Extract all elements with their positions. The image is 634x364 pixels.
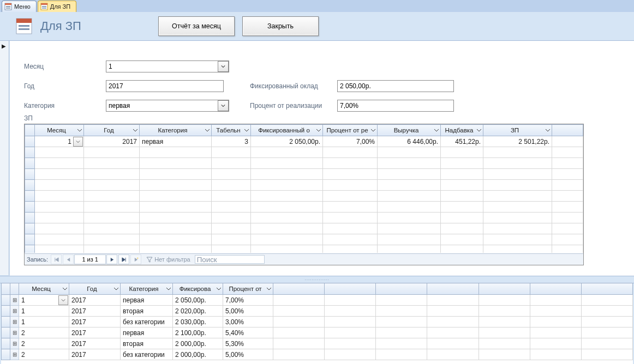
- category-dropdown-button[interactable]: [218, 100, 229, 111]
- table-row[interactable]: ⊞22017вторая2 000,00р.5,30%: [2, 338, 633, 349]
- cell2-month[interactable]: 1: [19, 317, 69, 327]
- table-row[interactable]: [25, 245, 583, 253]
- expand-button[interactable]: ⊞: [10, 349, 19, 360]
- cell2-fixed[interactable]: 2 000,00р.: [173, 349, 223, 360]
- cell2-category[interactable]: первая: [121, 295, 173, 306]
- cell2-month[interactable]: 2: [19, 327, 69, 338]
- percent-field[interactable]: [337, 100, 454, 112]
- col-tabel[interactable]: Табельн: [212, 125, 251, 136]
- nav-first-button[interactable]: [51, 254, 62, 264]
- cell2-percent[interactable]: 5,30%: [223, 338, 273, 349]
- bottom-grid[interactable]: Месяц Год Категория Фиксирова Процент от…: [1, 283, 633, 360]
- table-row[interactable]: ⊞12017первая2 050,00р.7,00%: [2, 295, 633, 306]
- cell2-fixed[interactable]: 2 030,00р.: [173, 317, 223, 327]
- cell2-percent[interactable]: 5,00%: [223, 306, 273, 317]
- cell-revenue[interactable]: 6 446,00р.: [378, 136, 441, 147]
- tab-zp[interactable]: Для ЗП: [38, 1, 76, 12]
- close-button[interactable]: Закрыть: [242, 16, 319, 36]
- col2-year[interactable]: Год: [69, 283, 121, 295]
- cell-category[interactable]: первая: [140, 136, 212, 147]
- cell2-year[interactable]: 2017: [69, 349, 121, 360]
- col-bonus[interactable]: Надбавка: [441, 125, 483, 136]
- cell2-month[interactable]: 1: [19, 306, 69, 317]
- expand-button[interactable]: ⊞: [10, 338, 19, 349]
- table-row[interactable]: [25, 213, 583, 223]
- row-selector[interactable]: [2, 327, 10, 338]
- row-selector[interactable]: [2, 338, 10, 349]
- cell2-percent[interactable]: 3,00%: [223, 317, 273, 327]
- table-row[interactable]: ⊞22017без категории2 000,00р.5,00%: [2, 349, 633, 360]
- nav-new-button[interactable]: [130, 254, 141, 264]
- category-field[interactable]: [106, 100, 229, 112]
- year-field[interactable]: [106, 80, 224, 92]
- cell-percent[interactable]: 7,00%: [323, 136, 378, 147]
- col2-fixed[interactable]: Фиксирова: [173, 283, 223, 295]
- row-selector[interactable]: [2, 349, 10, 360]
- col-category[interactable]: Категория: [140, 125, 212, 136]
- cell2-category[interactable]: без категории: [121, 317, 173, 327]
- cell2-category[interactable]: первая: [121, 327, 173, 338]
- col2-percent[interactable]: Процент от: [223, 283, 273, 295]
- col-month[interactable]: Месяц: [35, 125, 84, 136]
- cell2-year[interactable]: 2017: [69, 317, 121, 327]
- col-percent[interactable]: Процент от ре: [323, 125, 378, 136]
- nav-prev-button[interactable]: [63, 254, 74, 264]
- cell2-fixed[interactable]: 2 100,00р.: [173, 327, 223, 338]
- chevron-down-icon[interactable]: [58, 295, 68, 305]
- month-dropdown-button[interactable]: [218, 61, 229, 72]
- no-filter-indicator[interactable]: Нет фильтра: [146, 256, 190, 263]
- cell-year[interactable]: 2017: [84, 136, 140, 147]
- table-row[interactable]: [25, 191, 583, 202]
- cell-month[interactable]: 1: [35, 136, 84, 147]
- cell2-year[interactable]: 2017: [69, 327, 121, 338]
- table-row[interactable]: [25, 169, 583, 180]
- select-all-cell[interactable]: [2, 283, 10, 295]
- cell2-year[interactable]: 2017: [69, 295, 121, 306]
- cell2-month[interactable]: 1: [19, 295, 69, 306]
- row-selector[interactable]: [2, 317, 10, 327]
- cell2-fixed[interactable]: 2 000,00р.: [173, 338, 223, 349]
- fixed-field[interactable]: [337, 80, 454, 92]
- table-row[interactable]: [25, 180, 583, 191]
- table-row[interactable]: 1 2017 первая 3 2 050,00р. 7,00% 6 446,0…: [25, 136, 583, 147]
- row-selector[interactable]: [2, 306, 10, 317]
- nav-search-input[interactable]: [195, 255, 265, 264]
- nav-last-button[interactable]: [118, 254, 129, 264]
- cell2-year[interactable]: 2017: [69, 338, 121, 349]
- record-selector-bar[interactable]: ▶: [0, 41, 9, 275]
- col-revenue[interactable]: Выручка: [378, 125, 441, 136]
- row-selector[interactable]: [2, 295, 10, 306]
- cell-tabel[interactable]: 3: [212, 136, 251, 147]
- nav-next-button[interactable]: [106, 254, 117, 264]
- col-extra[interactable]: [552, 125, 583, 136]
- table-row[interactable]: ⊞12017без категории2 030,00р.3,00%: [2, 317, 633, 327]
- table-row[interactable]: [25, 158, 583, 169]
- report-month-button[interactable]: Отчёт за месяц: [158, 16, 235, 36]
- expand-button[interactable]: ⊞: [10, 306, 19, 317]
- horizontal-splitter[interactable]: ∙∙∙∙∙∙∙∙∙∙∙∙∙∙: [0, 276, 634, 283]
- table-row[interactable]: ⊞22017первая2 100,00р.5,40%: [2, 327, 633, 338]
- month-field[interactable]: [106, 60, 229, 72]
- zp-grid[interactable]: Месяц Год Категория Табельн Фиксированны…: [25, 124, 583, 253]
- col2-month[interactable]: Месяц: [19, 283, 69, 295]
- expand-button[interactable]: ⊞: [10, 327, 19, 338]
- cell2-fixed[interactable]: 2 020,00р.: [173, 306, 223, 317]
- cell2-percent[interactable]: 7,00%: [223, 295, 273, 306]
- cell2-category[interactable]: вторая: [121, 338, 173, 349]
- col-year[interactable]: Год: [84, 125, 140, 136]
- table-row[interactable]: [25, 234, 583, 245]
- row-selector[interactable]: [25, 136, 35, 147]
- cell2-year[interactable]: 2017: [69, 306, 121, 317]
- cell2-category[interactable]: вторая: [121, 306, 173, 317]
- expand-button[interactable]: ⊞: [10, 317, 19, 327]
- col2-category[interactable]: Категория: [121, 283, 173, 295]
- expand-button[interactable]: ⊞: [10, 295, 19, 306]
- cell2-category[interactable]: без категории: [121, 349, 173, 360]
- cell2-month[interactable]: 2: [19, 349, 69, 360]
- table-row[interactable]: ⊞12017вторая2 020,00р.5,00%: [2, 306, 633, 317]
- nav-position-input[interactable]: [74, 254, 106, 264]
- cell2-percent[interactable]: 5,40%: [223, 327, 273, 338]
- cell-bonus[interactable]: 451,22р.: [441, 136, 483, 147]
- table-row[interactable]: [25, 202, 583, 213]
- col-zp[interactable]: ЗП: [483, 125, 552, 136]
